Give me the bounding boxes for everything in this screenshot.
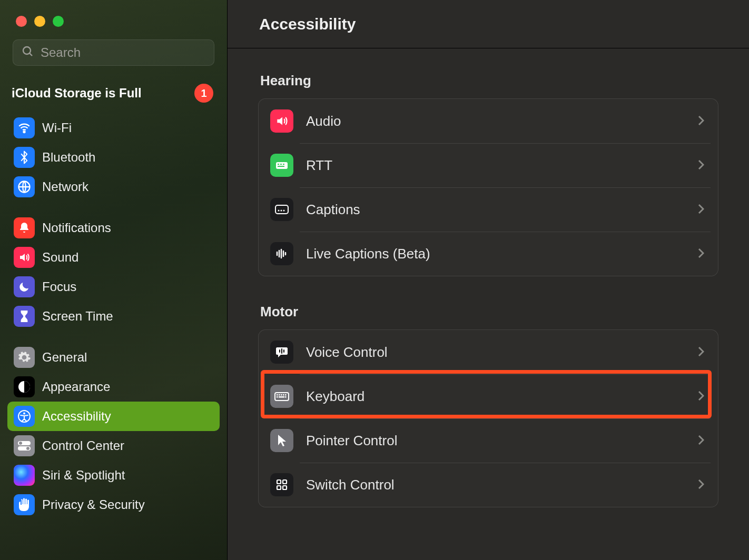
- hourglass-icon: [14, 306, 35, 327]
- chevron-right-icon: [698, 477, 704, 493]
- close-button[interactable]: [16, 16, 27, 27]
- cursor-icon: [270, 429, 293, 452]
- svg-rect-15: [278, 166, 284, 167]
- svg-rect-33: [279, 396, 284, 398]
- sidebar-item-screentime[interactable]: Screen Time: [7, 302, 220, 331]
- voice-control-icon: [270, 341, 293, 364]
- svg-rect-35: [283, 480, 287, 484]
- sidebar-item-controlcenter[interactable]: Control Center: [7, 431, 220, 461]
- settings-row-label: Pointer Control: [306, 433, 685, 449]
- sidebar-item-label: Control Center: [42, 438, 124, 453]
- icloud-storage-warning[interactable]: iCloud Storage is Full 1: [7, 82, 220, 113]
- sidebar-item-sound[interactable]: Sound: [7, 243, 220, 272]
- sidebar-item-privacy[interactable]: Privacy & Security: [7, 490, 220, 519]
- minimize-button[interactable]: [34, 16, 45, 27]
- svg-rect-14: [283, 164, 284, 165]
- settings-row-label: RTT: [306, 157, 685, 174]
- page-title: Accessibility: [259, 15, 356, 33]
- appearance-icon: [14, 376, 35, 397]
- settings-row-livecaptions[interactable]: Live Captions (Beta): [259, 232, 718, 276]
- sidebar-item-label: Privacy & Security: [42, 497, 145, 512]
- group-heading-motor: Motor: [260, 304, 718, 320]
- group-heading-hearing: Hearing: [260, 73, 718, 89]
- group-box-hearing: Audio RTT Captions L: [258, 98, 718, 276]
- hand-icon: [14, 494, 35, 515]
- sidebar-item-wifi[interactable]: Wi-Fi: [7, 113, 220, 143]
- settings-row-label: Live Captions (Beta): [306, 246, 685, 262]
- sidebar-item-label: Notifications: [42, 221, 111, 235]
- svg-rect-29: [283, 394, 284, 396]
- window-controls: [7, 0, 220, 39]
- svg-point-18: [281, 210, 282, 212]
- settings-row-label: Captions: [306, 202, 685, 218]
- sidebar-group: General Appearance Accessibility Control…: [7, 343, 220, 519]
- settings-row-label: Switch Control: [306, 477, 685, 493]
- grid-icon: [270, 473, 293, 496]
- svg-rect-13: [280, 164, 282, 165]
- settings-row-rtt[interactable]: RTT: [259, 143, 718, 187]
- chevron-right-icon: [698, 113, 704, 129]
- svg-rect-12: [278, 164, 279, 165]
- svg-rect-26: [277, 394, 278, 396]
- group-box-motor: Voice Control Keyboard Pointer Control: [258, 329, 718, 507]
- chevron-right-icon: [698, 157, 704, 174]
- bell-icon: [14, 217, 35, 238]
- svg-rect-16: [275, 205, 288, 214]
- bluetooth-icon: [14, 147, 35, 168]
- wifi-icon: [14, 117, 35, 138]
- svg-rect-32: [285, 396, 287, 398]
- svg-line-1: [29, 53, 32, 56]
- captions-icon: [270, 198, 293, 221]
- settings-row-switchcontrol[interactable]: Switch Control: [259, 463, 718, 507]
- chevron-right-icon: [698, 202, 704, 218]
- warning-label: iCloud Storage is Full: [12, 86, 194, 101]
- sidebar-item-notifications[interactable]: Notifications: [7, 213, 220, 243]
- svg-rect-27: [279, 394, 280, 396]
- sidebar-item-label: General: [42, 350, 87, 365]
- settings-row-captions[interactable]: Captions: [259, 187, 718, 232]
- chevron-right-icon: [698, 246, 704, 262]
- rtt-icon: [270, 154, 293, 177]
- warning-badge: 1: [194, 84, 213, 103]
- svg-point-6: [23, 413, 25, 415]
- sidebar-item-network[interactable]: Network: [7, 172, 220, 202]
- sidebar-item-label: Accessibility: [42, 409, 111, 424]
- svg-point-19: [283, 210, 285, 212]
- search-input[interactable]: [41, 45, 205, 60]
- svg-rect-37: [283, 486, 287, 489]
- settings-row-keyboard[interactable]: Keyboard: [259, 374, 718, 418]
- sidebar-item-label: Bluetooth: [42, 150, 95, 165]
- sidebar-item-bluetooth[interactable]: Bluetooth: [7, 143, 220, 172]
- main-panel: Accessibility Hearing Audio RTT: [228, 0, 749, 560]
- sidebar-item-label: Network: [42, 179, 88, 194]
- sidebar-item-label: Screen Time: [42, 309, 113, 324]
- search-field[interactable]: [13, 39, 214, 66]
- search-icon: [22, 45, 34, 60]
- settings-row-voicecontrol[interactable]: Voice Control: [259, 330, 718, 374]
- moon-icon: [14, 276, 35, 297]
- siri-icon: [14, 465, 35, 486]
- svg-rect-34: [277, 480, 281, 484]
- settings-row-label: Audio: [306, 113, 685, 129]
- svg-rect-31: [277, 396, 278, 398]
- svg-rect-11: [276, 162, 288, 169]
- chevron-right-icon: [698, 344, 704, 361]
- settings-row-audio[interactable]: Audio: [259, 99, 718, 143]
- svg-rect-28: [281, 394, 282, 396]
- waveform-icon: [270, 242, 293, 265]
- chevron-right-icon: [698, 433, 704, 449]
- maximize-button[interactable]: [53, 16, 64, 27]
- svg-point-2: [23, 131, 25, 133]
- sidebar-item-general[interactable]: General: [7, 343, 220, 372]
- content: Hearing Audio RTT Captions: [228, 48, 749, 532]
- sidebar-item-label: Siri & Spotlight: [42, 468, 125, 483]
- sidebar-item-label: Wi-Fi: [42, 121, 72, 135]
- sidebar-item-appearance[interactable]: Appearance: [7, 372, 220, 402]
- sidebar-item-label: Sound: [42, 250, 78, 265]
- sidebar-item-focus[interactable]: Focus: [7, 272, 220, 302]
- svg-point-17: [278, 210, 280, 212]
- sidebar-item-siri[interactable]: Siri & Spotlight: [7, 461, 220, 490]
- settings-row-pointercontrol[interactable]: Pointer Control: [259, 418, 718, 463]
- gear-icon: [14, 347, 35, 368]
- sidebar-item-accessibility[interactable]: Accessibility: [7, 402, 220, 431]
